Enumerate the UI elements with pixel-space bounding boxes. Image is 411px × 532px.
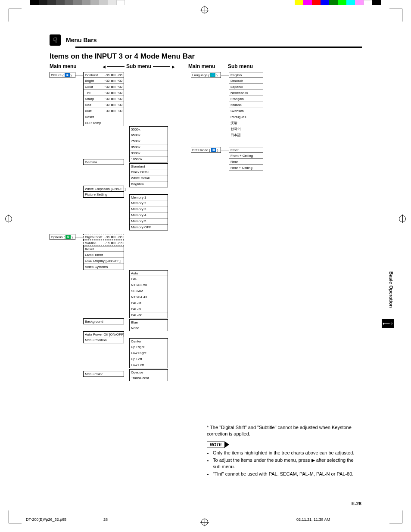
- side-tab-icon: ⟵∘: [382, 319, 394, 328]
- menu-item: Brighten: [129, 181, 168, 187]
- menu-item: 10500k: [129, 156, 168, 162]
- menu-item: PAL-60: [129, 312, 168, 318]
- registration-mark: [201, 6, 208, 13]
- video-systems: Video Systems: [83, 264, 124, 270]
- menu-item: Auto: [129, 270, 168, 276]
- menu-item: English: [229, 72, 263, 78]
- chevron-right-icon: [225, 442, 229, 448]
- menu-item: 7500k: [129, 138, 168, 144]
- range-item: Blue −30+30: [83, 108, 124, 114]
- menu-item: 한국어: [229, 126, 263, 132]
- side-tab: Basic Operation: [389, 271, 394, 308]
- range-item-dashed: Subtitle −10+10: [83, 240, 124, 246]
- menu-item: Up Right: [129, 344, 168, 350]
- footer: DT-200(E)#p26_32.p65 28 02.11.21, 11:38 …: [26, 517, 385, 522]
- crop-mark: [389, 9, 402, 22]
- menu-item: Low Left: [129, 362, 168, 368]
- col-header-sub2: Sub menu: [228, 63, 253, 69]
- range-item: Sharp −30+30: [83, 96, 124, 102]
- osd-display: OSD Display [ON/OFF]: [83, 258, 124, 264]
- picture-reset: Reset: [83, 114, 124, 120]
- section-title: Menu Bars: [66, 37, 97, 44]
- crop-mark: [389, 510, 402, 523]
- background: Background: [83, 318, 124, 324]
- menu-item: White Detail: [129, 175, 168, 181]
- menu-item: Up Left: [129, 356, 168, 362]
- section-icon: ☟: [50, 34, 61, 46]
- range-item: Color −30+30: [83, 84, 124, 90]
- menu-item: Memory 3: [129, 206, 168, 212]
- menu-item: Translucent: [129, 375, 168, 381]
- grayscale-bar: [30, 0, 125, 5]
- range-item: Bright −30+30: [83, 78, 124, 84]
- menu-item: 日本語: [229, 132, 263, 138]
- menu-item: Blue: [129, 319, 168, 325]
- registration-mark: [399, 215, 406, 222]
- menu-item: Português: [229, 114, 263, 120]
- crop-mark: [9, 510, 22, 523]
- menu-item: Español: [229, 84, 263, 90]
- menu-item: Deutsch: [229, 78, 263, 84]
- menu-item: Svenska: [229, 108, 263, 114]
- menu-item: PAL-N: [129, 306, 168, 312]
- note-label: NOTE: [207, 442, 225, 448]
- menu-item: Reset: [83, 246, 124, 252]
- menu-item: Nederlands: [229, 90, 263, 96]
- menu-item: Black Detail: [129, 169, 168, 175]
- menu-item: None: [129, 325, 168, 331]
- menu-item: Memory 2: [129, 200, 168, 206]
- registration-mark: [5, 215, 12, 222]
- menu-item: Low Right: [129, 350, 168, 356]
- menu-item: NTSC3.58: [129, 282, 168, 288]
- prj-mode-main: PRJ Mode (▦): [191, 147, 221, 153]
- col-header-main: Main menu: [50, 63, 89, 69]
- col-header-main2: Main menu: [188, 63, 228, 69]
- menu-item: Memory 1: [129, 194, 168, 200]
- menu-position: Menu Position: [83, 337, 124, 343]
- range-item: Red −30+30: [83, 102, 124, 108]
- language-main: Language (🌐): [191, 72, 221, 78]
- menu-item: 8500k: [129, 144, 168, 150]
- range-item-dashed: Digital Shift −30+30: [83, 234, 124, 240]
- menu-item: Memory 4: [129, 212, 168, 218]
- divider: [75, 47, 362, 48]
- white-emphasis: White Emphasis [ON/OFF]: [83, 186, 124, 192]
- auto-power-off: Auto Power Off [ON/OFF]: [83, 331, 124, 337]
- submenu-arrows: Sub menu: [89, 63, 188, 69]
- menu-item: NTSC4.43: [129, 294, 168, 300]
- clr-temp: CLR Temp: [83, 120, 124, 126]
- options-main: Options (⚙): [50, 234, 75, 240]
- menu-item: PAL: [129, 276, 168, 282]
- menu-item: 5500k: [129, 126, 168, 132]
- range-item: Tint −30+30: [83, 90, 124, 96]
- menu-item: 汉语: [229, 120, 263, 126]
- menu-item: Lamp Timer: [83, 252, 124, 258]
- menu-item: Rear: [229, 159, 263, 165]
- page-number: E-28: [352, 501, 361, 506]
- note-item: "Tint" cannot be used with PAL, SECAM, P…: [213, 471, 362, 477]
- menu-item: 6500k: [129, 132, 168, 138]
- picture-setting: Picture Setting: [83, 192, 124, 198]
- menu-item: Center: [129, 338, 168, 344]
- footnote: * The "Digital Shift" and "Subtitle" can…: [207, 424, 362, 437]
- menu-item: Opaque: [129, 369, 168, 375]
- menu-item: Front + Ceiling: [229, 153, 263, 159]
- crop-mark: [9, 9, 22, 22]
- notes-block: * The "Digital Shift" and "Subtitle" can…: [207, 424, 362, 478]
- menu-item: Memory 5: [129, 218, 168, 224]
- page-title: Items on the INPUT 3 or 4 Mode Menu Bar: [50, 52, 362, 61]
- menu-item: Standard: [129, 163, 168, 169]
- menu-item: Français: [229, 96, 263, 102]
- menu-item: SECAM: [129, 288, 168, 294]
- menu-color: Menu Color: [83, 371, 124, 377]
- gamma: Gamma: [83, 159, 124, 165]
- menu-item: Rear + Ceiling: [229, 165, 263, 171]
- color-bar: [295, 0, 381, 5]
- range-item: Contrast −30+30: [83, 72, 124, 78]
- note-item: To adjust the items under the sub menu, …: [213, 457, 362, 470]
- menu-item: Memory OFF: [129, 224, 168, 230]
- menu-item: Front: [229, 147, 263, 153]
- menu-item: Italiano: [229, 102, 263, 108]
- note-item: Only the items highlighted in the tree c…: [213, 450, 362, 456]
- menu-item: 9300k: [129, 150, 168, 156]
